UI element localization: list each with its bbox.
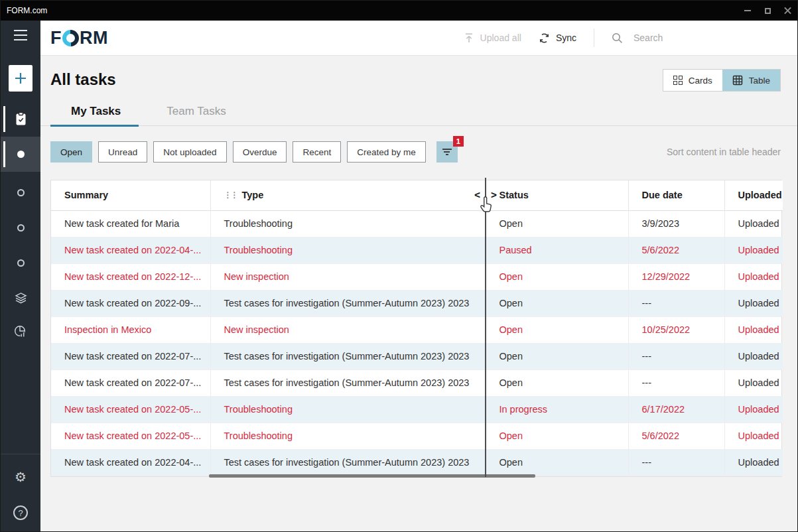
sidebar-item-3[interactable] [1,245,40,281]
table-row[interactable]: New task created for Maria Troubleshooti… [51,210,783,237]
sidebar-item-1[interactable] [1,175,40,210]
cell-summary: New task created for Maria [51,210,210,237]
cell-due-date: 10/25/2022 [628,316,724,343]
add-task-button[interactable] [1,64,40,92]
cell-summary: New task created on 2022-04-... [51,449,210,476]
upload-all-button[interactable]: Upload all [464,33,521,44]
upload-icon [464,33,474,44]
cell-due-date: 5/6/2022 [628,423,724,449]
column-header-status[interactable]: Status [486,180,628,210]
table-row[interactable]: New task created on 2022-12-... New insp… [51,263,783,290]
tabs: My Tasks Team Tasks [40,101,797,126]
horizontal-scrollbar-thumb[interactable] [209,474,535,478]
drag-handle-icon[interactable]: ⋮⋮ [224,190,237,200]
sidebar-item-tasks[interactable] [1,101,40,137]
column-header-uploaded[interactable]: Uploaded [724,180,783,210]
tab-team-tasks[interactable]: Team Tasks [166,101,226,125]
cell-status: Paused [486,237,628,263]
help-button[interactable]: ? [1,494,40,531]
sync-button[interactable]: Sync [539,33,576,44]
cell-status: Open [486,423,628,449]
window-controls [738,1,797,21]
cell-status: Open [486,449,628,476]
sidebar-item-layers[interactable] [1,281,40,316]
layers-icon [14,291,28,305]
cell-summary: Inspection in Mexico [51,316,210,343]
search-icon [612,33,623,44]
table-row[interactable]: New task created on 2022-07-... Test cas… [51,343,783,369]
view-option-cards[interactable]: Cards [663,70,722,91]
filter-chip-unread[interactable]: Unread [98,141,147,163]
filter-chip-recent[interactable]: Recent [293,141,341,163]
cell-status: In progress [486,396,628,423]
content-area: All tasks Cards Table [40,56,797,531]
maximize-button[interactable] [758,1,777,21]
form-logo: F RM [50,28,108,48]
filter-button[interactable]: 1 [436,141,458,163]
cell-due-date: 6/17/2022 [628,396,724,423]
close-button[interactable] [777,1,797,21]
page-title: All tasks [50,70,116,89]
table-row[interactable]: New task created on 2022-04-... Test cas… [51,449,783,476]
settings-button[interactable]: ⚙ [1,460,40,494]
cell-type: Troubleshooting [210,396,486,423]
cell-due-date: --- [628,449,724,476]
column-resize-guideline[interactable] [485,178,486,477]
cell-uploaded: Uploaded [724,290,783,316]
table-header-row: Summary ⋮⋮Type Status Due date Uploaded [51,180,783,210]
cell-type: Test cases for investigation (Summer-Aut… [210,343,486,369]
cell-summary: New task created on 2022-04-... [51,237,210,263]
cell-uploaded: Uploaded [724,316,783,343]
cell-status: Open [486,369,628,396]
filter-icon [442,149,452,155]
table-row[interactable]: New task created on 2022-07-... Test cas… [51,369,783,396]
table-grid-icon [732,75,743,86]
sync-icon [539,33,550,44]
menu-button[interactable] [1,21,40,50]
column-header-due-date[interactable]: Due date [628,180,724,210]
filter-chip-not-uploaded[interactable]: Not uploaded [153,141,226,163]
logo-o-icon [62,30,79,46]
cell-type: Test cases for investigation (Summer-Aut… [210,369,486,396]
cell-uploaded: Uploaded [724,396,783,423]
search-input[interactable]: Search [612,33,781,44]
plus-icon [13,71,28,86]
cell-summary: New task created on 2022-05-... [51,396,210,423]
cell-type: Troubleshooting [210,210,486,237]
toolbar: F RM Upload all [40,21,797,56]
column-header-summary[interactable]: Summary [51,180,210,210]
filter-chip-overdue[interactable]: Overdue [233,141,287,163]
table-row[interactable]: Inspection in Mexico New inspection Open… [51,316,783,343]
column-header-type[interactable]: ⋮⋮Type [210,180,486,210]
active-dot-icon [17,151,25,158]
table-row[interactable]: New task created on 2022-09-... Test cas… [51,290,783,316]
sidebar-item-analytics[interactable] [1,316,40,348]
cell-due-date: 3/9/2023 [628,210,724,237]
toolbar-divider [594,29,594,47]
cell-due-date: --- [628,290,724,316]
minimize-button[interactable] [738,1,758,21]
app-window: FORM.com [0,0,798,532]
sidebar-item-current-view[interactable] [1,137,40,172]
search-placeholder: Search [633,33,663,43]
table-row[interactable]: New task created on 2022-04-... Troubles… [51,237,783,263]
analytics-pie-icon [13,324,28,339]
cell-status: Open [486,263,628,290]
tasks-clipboard-icon [14,111,28,127]
tab-my-tasks[interactable]: My Tasks [50,101,139,125]
cell-summary: New task created on 2022-09-... [51,290,210,316]
table-row[interactable]: New task created on 2022-05-... Troubles… [51,423,783,449]
circle-icon [17,189,25,196]
table-row[interactable]: New task created on 2022-05-... Troubles… [51,396,783,423]
cell-type: New inspection [210,263,486,290]
cell-status: Open [486,290,628,316]
filter-chips: Open Unread Not uploaded Overdue Recent … [50,141,426,163]
cell-uploaded: Uploaded [724,423,783,449]
view-option-table[interactable]: Table [722,70,780,91]
filter-chip-created-by-me[interactable]: Created by me [347,141,426,163]
sidebar-item-2[interactable] [1,210,40,245]
cell-type: Troubleshooting [210,237,486,263]
view-toggle: Cards Table [663,69,781,92]
circle-icon [17,259,25,267]
filter-chip-open[interactable]: Open [50,141,92,163]
